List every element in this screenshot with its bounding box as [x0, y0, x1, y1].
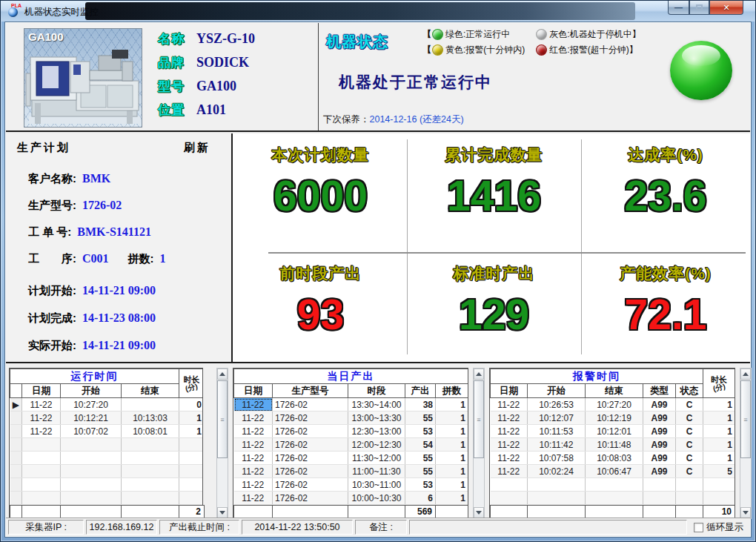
output-col-count[interactable]: 拼数 [436, 384, 468, 398]
table-row[interactable]: 11-221726-0213:30~14:00381 [234, 398, 468, 412]
table-cell[interactable]: 1 [436, 478, 468, 492]
runtime-col-start[interactable]: 开始 [61, 384, 122, 398]
table-cell[interactable]: 13:00~13:30 [348, 412, 405, 425]
table-cell[interactable]: 1726-02 [273, 452, 348, 465]
table-cell[interactable]: 54 [405, 438, 436, 452]
table-cell[interactable]: 1726-02 [273, 438, 348, 452]
scroll-thumb[interactable]: ≡ [217, 380, 228, 458]
scroll-down-button[interactable] [474, 507, 484, 518]
table-cell[interactable]: 1726-02 [273, 398, 348, 412]
table-cell[interactable]: C [676, 438, 703, 452]
table-cell[interactable]: 1726-02 [273, 465, 348, 478]
table-cell[interactable]: 11-22 [234, 452, 273, 465]
table-cell[interactable]: 1726-02 [273, 412, 348, 425]
table-cell[interactable]: 10:02:24 [528, 465, 586, 478]
output-col-model[interactable]: 生产型号 [273, 384, 348, 398]
table-cell[interactable]: 13:30~14:00 [348, 398, 405, 412]
table-cell[interactable]: 11-22 [491, 425, 528, 438]
table-cell[interactable]: 1 [703, 452, 735, 465]
loop-display-option[interactable]: 循环显示 [689, 520, 748, 535]
table-cell[interactable]: 1726-02 [273, 425, 348, 438]
output-col-date[interactable]: 日期 [234, 384, 273, 398]
table-row[interactable]: 11-2210:11:5310:12:01A99C1 [491, 425, 735, 438]
runtime-col-date[interactable]: 日期 [22, 384, 61, 398]
output-table-scrollbar[interactable]: ≡ [473, 368, 485, 519]
alarm-col-status[interactable]: 状态 [676, 384, 703, 398]
table-cell[interactable] [10, 412, 22, 425]
table-cell[interactable]: C [676, 398, 703, 412]
table-cell[interactable]: 11-22 [491, 465, 528, 478]
table-cell[interactable]: 10:07:02 [61, 425, 122, 438]
table-cell[interactable]: 11-22 [234, 425, 273, 438]
alarm-col-type[interactable]: 类型 [643, 384, 676, 398]
table-cell[interactable]: A99 [643, 412, 676, 425]
table-row[interactable]: 11-2210:02:2410:06:47A99C5 [491, 465, 735, 478]
table-cell[interactable]: 11-22 [22, 425, 61, 438]
table-cell[interactable]: 1 [703, 425, 735, 438]
table-cell[interactable]: 55 [405, 412, 436, 425]
table-cell[interactable]: 5 [703, 465, 735, 478]
table-row[interactable]: 11-221726-0210:00~10:3061 [234, 492, 468, 505]
table-cell[interactable]: 1 [436, 412, 468, 425]
table-cell[interactable] [10, 425, 22, 438]
output-col-output[interactable]: 产出 [405, 384, 436, 398]
table-cell[interactable]: C [676, 465, 703, 478]
table-cell[interactable]: 10:27:20 [586, 398, 643, 412]
table-cell[interactable]: 10:11:48 [586, 438, 643, 452]
table-cell[interactable]: A99 [643, 425, 676, 438]
table-cell[interactable]: 0 [179, 398, 203, 412]
table-cell[interactable]: 53 [405, 425, 436, 438]
table-cell[interactable]: 55 [405, 465, 436, 478]
table-cell[interactable]: 11-22 [234, 465, 273, 478]
table-cell[interactable]: 1 [436, 425, 468, 438]
alarm-duration-header[interactable]: 时长(分) [703, 369, 735, 398]
table-cell[interactable]: 1726-02 [273, 478, 348, 492]
scroll-up-button[interactable] [217, 369, 228, 380]
table-cell[interactable]: 1 [436, 452, 468, 465]
scroll-down-button[interactable] [217, 507, 228, 518]
table-cell[interactable]: C [676, 452, 703, 465]
table-cell[interactable]: 10:12:19 [586, 412, 643, 425]
scroll-up-button[interactable] [740, 369, 751, 380]
table-cell[interactable]: 1 [179, 412, 203, 425]
table-cell[interactable]: 1 [436, 398, 468, 412]
table-cell[interactable]: 10:12:07 [528, 412, 586, 425]
table-cell[interactable]: 10:26:53 [528, 398, 586, 412]
table-cell[interactable] [122, 398, 179, 412]
table-row[interactable]: 11-2210:11:4210:11:48A99C1 [491, 438, 735, 452]
table-cell[interactable]: 11-22 [234, 398, 273, 412]
table-cell[interactable]: 1 [436, 492, 468, 505]
table-cell[interactable]: 6 [405, 492, 436, 505]
table-cell[interactable]: A99 [643, 398, 676, 412]
alarm-col-end[interactable]: 结束 [586, 384, 643, 398]
table-cell[interactable]: 10:13:03 [122, 412, 179, 425]
minimize-button[interactable]: — [668, 1, 689, 15]
table-cell[interactable]: 10:27:20 [61, 398, 122, 412]
table-cell[interactable]: 1 [703, 438, 735, 452]
table-row[interactable]: 11-221726-0211:30~12:00551 [234, 452, 468, 465]
table-cell[interactable]: 10:08:01 [122, 425, 179, 438]
table-cell[interactable]: 12:00~12:30 [348, 438, 405, 452]
table-cell[interactable]: 11-22 [234, 412, 273, 425]
alarm-col-date[interactable]: 日期 [491, 384, 528, 398]
table-cell[interactable]: A99 [643, 452, 676, 465]
close-button[interactable]: ✕ [709, 1, 743, 15]
table-cell[interactable]: 11-22 [491, 398, 528, 412]
table-cell[interactable]: 11-22 [491, 412, 528, 425]
table-cell[interactable]: 10:30~11:00 [348, 478, 405, 492]
table-cell[interactable]: 55 [405, 452, 436, 465]
table-row[interactable]: 11-221726-0212:30~13:00531 [234, 425, 468, 438]
table-row[interactable]: 11-2210:07:0210:08:011 [10, 425, 203, 438]
table-row[interactable]: 11-221726-0213:00~13:30551 [234, 412, 468, 425]
table-cell[interactable]: 12:30~13:00 [348, 425, 405, 438]
table-cell[interactable]: ▶ [10, 398, 22, 412]
table-cell[interactable]: 1 [436, 465, 468, 478]
table-row[interactable]: 11-2210:26:5310:27:20A99C1 [491, 398, 735, 412]
table-cell[interactable]: A99 [643, 438, 676, 452]
table-cell[interactable]: 10:11:53 [528, 425, 586, 438]
loop-display-checkbox[interactable] [694, 523, 703, 532]
table-cell[interactable]: 11-22 [234, 492, 273, 505]
table-row[interactable]: 11-221726-0210:30~11:00531 [234, 478, 468, 492]
table-cell[interactable]: 11-22 [491, 452, 528, 465]
table-cell[interactable]: 11:30~12:00 [348, 452, 405, 465]
